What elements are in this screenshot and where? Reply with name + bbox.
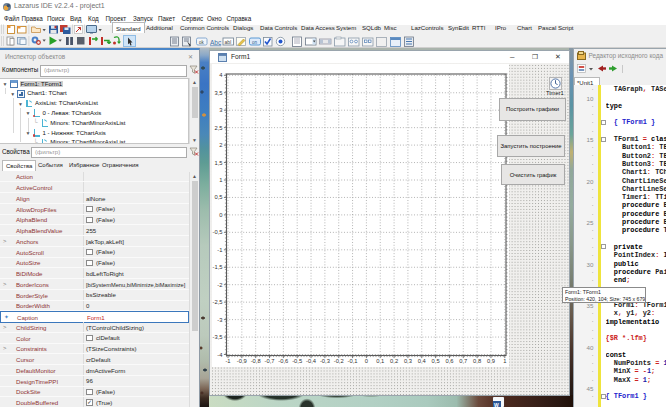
svg-text:-1: -1: [217, 247, 222, 253]
svg-text:0,4: 0,4: [418, 358, 427, 364]
svg-text:-0,2: -0,2: [334, 358, 344, 364]
svg-text:-0,1: -0,1: [348, 358, 358, 364]
svg-text:0,1: 0,1: [376, 358, 384, 364]
svg-text:2: 2: [219, 142, 222, 148]
svg-text:1: 1: [219, 177, 222, 183]
svg-text:1: 1: [503, 358, 506, 364]
svg-text:3,5: 3,5: [214, 90, 222, 96]
svg-text:0,8: 0,8: [473, 358, 481, 364]
svg-text:3: 3: [219, 107, 222, 113]
svg-text:Abc: Abc: [210, 38, 222, 45]
svg-text:-0,4: -0,4: [306, 358, 317, 364]
svg-text:-0,8: -0,8: [251, 358, 261, 364]
svg-text:-0,3: -0,3: [320, 358, 330, 364]
svg-text:-0,5: -0,5: [292, 358, 302, 364]
svg-text:0: 0: [365, 358, 368, 364]
svg-text:abI: abI: [225, 38, 232, 44]
svg-text:0,7: 0,7: [459, 358, 467, 364]
svg-text:0,9: 0,9: [487, 358, 495, 364]
svg-text:0: 0: [219, 212, 222, 218]
svg-text:0,2: 0,2: [390, 358, 398, 364]
svg-text:0,5: 0,5: [214, 194, 222, 200]
svg-text:-0,7: -0,7: [265, 358, 275, 364]
svg-text:2,5: 2,5: [214, 125, 222, 131]
svg-text:0,6: 0,6: [445, 358, 453, 364]
svg-text:0,3: 0,3: [404, 358, 412, 364]
svg-text:-0,5: -0,5: [213, 229, 223, 235]
svg-text:-4: -4: [217, 352, 223, 358]
svg-text:4: 4: [219, 72, 223, 78]
svg-text:ok: ok: [199, 39, 205, 44]
svg-text:-2: -2: [217, 282, 222, 288]
svg-text:-0,6: -0,6: [278, 358, 288, 364]
svg-text:-3,5: -3,5: [213, 334, 223, 340]
svg-text:-2,5: -2,5: [213, 299, 223, 305]
svg-text:on: on: [252, 39, 258, 44]
svg-text:-1: -1: [225, 358, 230, 364]
svg-text:1,5: 1,5: [214, 160, 222, 166]
svg-text:0,5: 0,5: [432, 358, 440, 364]
svg-text:-1,5: -1,5: [213, 264, 223, 270]
svg-text:-0,9: -0,9: [237, 358, 247, 364]
svg-text:-3: -3: [217, 317, 222, 323]
